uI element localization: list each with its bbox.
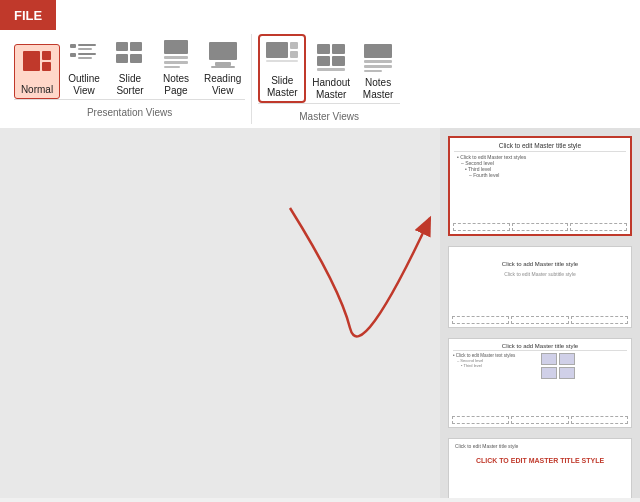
- slide-4-title: CLICK TO EDIT MASTER TITLE STYLE: [453, 457, 627, 464]
- svg-rect-5: [78, 48, 92, 50]
- notes-page-button[interactable]: NotesPage: [154, 34, 198, 99]
- svg-rect-12: [130, 54, 142, 63]
- ribbon-groups: Normal: [8, 34, 632, 128]
- svg-rect-7: [78, 53, 96, 55]
- svg-rect-14: [164, 56, 188, 59]
- svg-rect-2: [42, 62, 51, 71]
- slide-4-thumb[interactable]: Click to edit Master title style CLICK T…: [448, 438, 632, 498]
- svg-rect-6: [70, 53, 76, 57]
- notes-master-button[interactable]: NotesMaster: [356, 38, 400, 103]
- svg-rect-20: [266, 42, 288, 58]
- reading-view-button[interactable]: ReadingView: [200, 34, 245, 99]
- svg-rect-16: [164, 66, 180, 68]
- svg-rect-21: [290, 42, 298, 49]
- svg-rect-17: [209, 42, 237, 60]
- notes-master-label: NotesMaster: [363, 77, 394, 101]
- svg-rect-13: [164, 40, 188, 54]
- slide-1-title: Click to edit Master title style: [454, 142, 626, 152]
- presentation-views-label: Presentation Views: [87, 107, 172, 118]
- slide-3-img-3: [541, 367, 557, 379]
- handout-master-icon: [313, 40, 349, 76]
- ribbon: FILE Normal: [0, 0, 640, 128]
- slide-sorter-icon: [112, 36, 148, 72]
- svg-rect-19: [211, 66, 235, 68]
- normal-view-label: Normal: [21, 84, 53, 96]
- reading-view-label: ReadingView: [204, 73, 241, 97]
- reading-view-icon: [205, 36, 241, 72]
- slides-panel: 1 Click to edit Master title style • Cli…: [440, 128, 640, 498]
- svg-rect-29: [364, 44, 392, 58]
- slide-3-inner: Click to add Master title style • Click …: [449, 339, 631, 427]
- slide-4-container: Click to edit Master title style CLICK T…: [448, 438, 632, 498]
- svg-rect-25: [332, 44, 345, 54]
- slide-2-container: Click to add Master title style Click to…: [448, 246, 632, 328]
- svg-rect-28: [317, 68, 345, 71]
- slide-3-img-1: [541, 353, 557, 365]
- file-tab[interactable]: FILE: [0, 0, 56, 30]
- svg-rect-8: [78, 57, 92, 59]
- slide-2-title: Click to add Master title style: [453, 261, 627, 267]
- slide-1-body: • Click to edit Master text styles – Sec…: [454, 154, 626, 178]
- slide-4-inner: Click to edit Master title style CLICK T…: [449, 439, 631, 498]
- svg-rect-27: [332, 56, 345, 66]
- slide-1-container: 1 Click to edit Master title style • Cli…: [448, 136, 632, 236]
- slide-master-label: SlideMaster: [267, 75, 298, 99]
- svg-rect-4: [78, 44, 96, 46]
- master-views-group: SlideMaster H: [252, 34, 406, 128]
- slide-3-thumb[interactable]: Click to add Master title style • Click …: [448, 338, 632, 428]
- svg-rect-9: [116, 42, 128, 51]
- master-views-label: Master Views: [299, 111, 359, 122]
- svg-rect-10: [130, 42, 142, 51]
- slide-3-container: Click to add Master title style • Click …: [448, 338, 632, 428]
- slide-2-inner: Click to add Master title style Click to…: [449, 247, 631, 327]
- slide-1-inner: Click to edit Master title style • Click…: [450, 138, 630, 234]
- ribbon-content: Normal: [0, 30, 640, 128]
- svg-rect-24: [317, 44, 330, 54]
- presentation-view-buttons: Normal: [14, 34, 245, 99]
- slide-2-thumb[interactable]: Click to add Master title style Click to…: [448, 246, 632, 328]
- slide-2-subtitle: Click to edit Master subtitle style: [453, 271, 627, 277]
- master-view-buttons: SlideMaster H: [258, 34, 400, 103]
- presentation-views-group: Normal: [8, 34, 252, 124]
- handout-master-label: HandoutMaster: [312, 77, 350, 101]
- svg-rect-18: [215, 62, 231, 66]
- slide-3-img-2: [559, 353, 575, 365]
- slide-1-footer: [453, 223, 627, 231]
- svg-rect-15: [164, 61, 188, 64]
- outline-view-icon: [66, 36, 102, 72]
- outline-view-button[interactable]: OutlineView: [62, 34, 106, 99]
- slide-3-footer: [452, 416, 628, 424]
- svg-rect-30: [364, 60, 392, 63]
- svg-rect-32: [364, 70, 382, 72]
- main-area: 1 Click to edit Master title style • Cli…: [0, 128, 640, 498]
- notes-page-icon: [158, 36, 194, 72]
- slide-1-thumb[interactable]: Click to edit Master title style • Click…: [448, 136, 632, 236]
- svg-rect-0: [23, 51, 40, 71]
- slide-3-img-4: [559, 367, 575, 379]
- slide-3-content: • Click to edit Master text styles – Sec…: [453, 353, 627, 379]
- slide-3-images: [541, 353, 627, 379]
- handout-master-button[interactable]: HandoutMaster: [308, 38, 354, 103]
- slide-master-icon: [264, 38, 300, 74]
- svg-rect-22: [290, 51, 298, 58]
- normal-view-button[interactable]: Normal: [14, 44, 60, 99]
- slide-4-small-text: Click to edit Master title style: [453, 443, 627, 449]
- slide-sorter-button[interactable]: SlideSorter: [108, 34, 152, 99]
- svg-rect-23: [266, 60, 298, 62]
- svg-rect-3: [70, 44, 76, 48]
- slide-sorter-label: SlideSorter: [116, 73, 143, 97]
- notes-page-label: NotesPage: [163, 73, 189, 97]
- slide-master-button[interactable]: SlideMaster: [258, 34, 306, 103]
- notes-master-icon: [360, 40, 396, 76]
- ribbon-tab-bar: FILE: [0, 0, 640, 30]
- svg-rect-31: [364, 65, 392, 68]
- svg-rect-26: [317, 56, 330, 66]
- svg-rect-11: [116, 54, 128, 63]
- slide-3-title: Click to add Master title style: [453, 343, 627, 351]
- svg-rect-1: [42, 51, 51, 60]
- slide-2-footer: [452, 316, 628, 324]
- normal-view-icon: [19, 47, 55, 83]
- outline-view-label: OutlineView: [68, 73, 100, 97]
